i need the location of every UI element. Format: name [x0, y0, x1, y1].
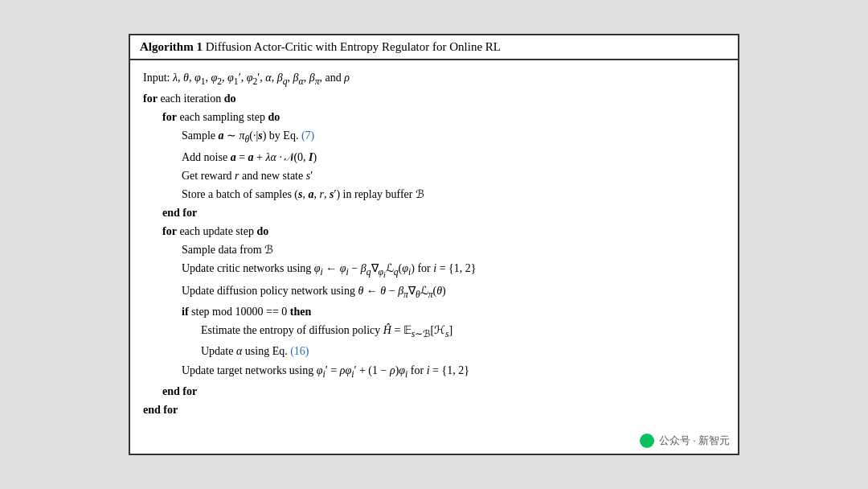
algo-line-sample-a: Sample a ∼ πθ(·|s) by Eq. (7)	[143, 126, 725, 147]
watermark-text: 公众号 · 新智元	[659, 434, 730, 446]
algo-line-estimate-entropy: Estimate the entropy of diffusion policy…	[143, 321, 725, 342]
algo-line-input: Input: λ, θ, φ1, φ2, φ1′, φ2′, α, βq, βα…	[143, 68, 725, 89]
algo-line-if-step: if step mod 10000 == 0 then	[143, 302, 725, 321]
algo-line-for-update: for each update step do	[143, 222, 725, 240]
watermark: 公众号 · 新智元	[130, 430, 738, 454]
algorithm-description: Diffusion Actor-Critic with Entropy Regu…	[206, 40, 501, 53]
algorithm-title: Algorithm 1 Diffusion Actor-Critic with …	[130, 35, 738, 60]
algo-line-end-for-update: end for	[143, 382, 725, 401]
algorithm-label: Algorithm 1	[140, 40, 203, 53]
algo-line-update-target: Update target networks using φi′ = ρφi′ …	[143, 361, 725, 382]
algo-line-for-iter: for each iteration do	[143, 89, 725, 108]
algo-line-end-for-sample: end for	[143, 203, 725, 222]
algo-line-add-noise: Add noise a = a + λα · 𝒩(0, I)	[143, 148, 725, 166]
algo-line-store: Store a batch of samples (s, a, r, s′) i…	[143, 185, 725, 203]
algo-line-update-diffusion: Update diffusion policy network using θ …	[143, 281, 725, 302]
algorithm-box: Algorithm 1 Diffusion Actor-Critic with …	[129, 34, 739, 455]
algo-line-for-sample: for each sampling step do	[143, 108, 725, 126]
algo-line-reward: Get reward r and new state s′	[143, 166, 725, 185]
algo-line-update-critic: Update critic networks using φi ← φi − β…	[143, 259, 725, 281]
wechat-icon	[640, 434, 654, 448]
algo-line-end-for-iter: end for	[143, 401, 725, 419]
algo-line-sample-data: Sample data from ℬ	[143, 240, 725, 259]
algorithm-body: Input: λ, θ, φ1, φ2, φ1′, φ2′, α, βq, βα…	[130, 60, 738, 430]
algo-line-update-alpha: Update α using Eq. (16)	[143, 342, 725, 360]
